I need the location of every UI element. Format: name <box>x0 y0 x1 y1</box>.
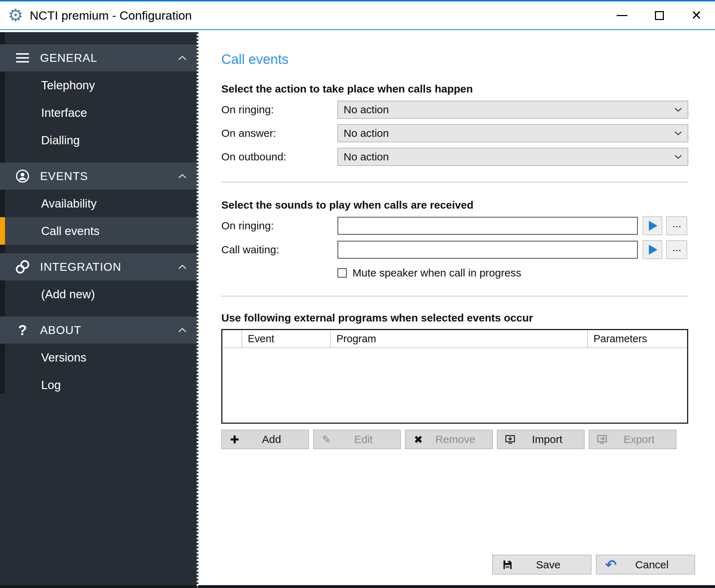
on-ringing-action-row: On ringing: No action <box>221 101 688 119</box>
sidebar-item-add-new[interactable]: (Add new) <box>0 280 197 308</box>
on-outbound-label: On outbound: <box>221 151 337 163</box>
app-window: ⚙ NCTI premium - Configuration ✕ GENERAL… <box>0 0 715 588</box>
button-label: Import <box>518 433 584 445</box>
sidebar-item-label: Log <box>41 378 61 392</box>
chevron-up-icon <box>178 264 187 269</box>
chevron-up-icon <box>178 174 187 179</box>
export-button[interactable]: Export <box>589 430 676 449</box>
mute-speaker-row: Mute speaker when call in progress <box>337 267 688 279</box>
button-label: Export <box>610 433 676 445</box>
menu-icon <box>14 53 31 63</box>
close-button[interactable]: ✕ <box>678 1 715 29</box>
sidebar-item-dialling[interactable]: Dialling <box>0 126 197 154</box>
combo-value: No action <box>344 104 389 116</box>
actions-heading: Select the action to take place when cal… <box>221 83 688 95</box>
programs-table-body <box>222 348 687 423</box>
sidebar-header-integration[interactable]: INTEGRATION <box>0 253 197 280</box>
sounds-heading: Select the sounds to play when calls are… <box>221 199 688 211</box>
on-answer-label: On answer: <box>221 127 337 139</box>
window-title: NCTI premium - Configuration <box>30 9 192 23</box>
sidebar-header-about[interactable]: ? ABOUT <box>0 317 197 344</box>
on-outbound-select[interactable]: No action <box>337 148 688 166</box>
splitter[interactable] <box>197 32 198 588</box>
sidebar-item-label: Call events <box>41 224 99 238</box>
mute-speaker-label: Mute speaker when call in progress <box>352 267 521 279</box>
sidebar: GENERAL Telephony Interface Dialling EVE… <box>0 32 197 588</box>
maximize-button[interactable] <box>641 1 678 29</box>
add-button[interactable]: ✚ Add <box>221 430 309 449</box>
remove-button[interactable]: ✖ Remove <box>405 430 493 449</box>
chevron-up-icon <box>178 55 187 60</box>
add-icon: ✚ <box>227 433 242 446</box>
cancel-button[interactable]: ↶ Cancel <box>596 555 695 574</box>
sidebar-header-label: INTEGRATION <box>40 260 121 274</box>
on-ringing-select[interactable]: No action <box>337 101 688 119</box>
sidebar-header-label: GENERAL <box>40 51 97 65</box>
ringing-browse-button[interactable]: ... <box>666 216 687 235</box>
on-ringing-label: On ringing: <box>221 104 337 116</box>
waiting-sound-input[interactable] <box>337 241 638 259</box>
sidebar-header-general[interactable]: GENERAL <box>0 44 197 71</box>
column-header-event: Event <box>242 330 331 348</box>
ellipsis-icon: ... <box>672 241 681 254</box>
sidebar-item-interface[interactable]: Interface <box>0 99 197 126</box>
chevron-down-icon <box>674 108 682 112</box>
caption-buttons: ✕ <box>603 1 715 29</box>
titlebar: ⚙ NCTI premium - Configuration ✕ <box>0 1 715 30</box>
minimize-icon <box>617 15 627 16</box>
programs-table-header: Event Program Parameters <box>222 330 687 348</box>
sidebar-item-label: (Add new) <box>41 288 95 301</box>
sidebar-item-log[interactable]: Log <box>0 371 197 399</box>
cancel-arrow-icon: ↶ <box>603 558 619 572</box>
ringing-sound-row: On ringing: ... <box>221 216 688 235</box>
save-button[interactable]: Save <box>492 555 591 574</box>
waiting-sound-row: Call waiting: ... <box>221 240 688 259</box>
chevron-up-icon <box>178 328 187 333</box>
maximize-icon <box>655 11 664 20</box>
main-panel: Call events Select the action to take pl… <box>198 32 715 588</box>
chevron-down-icon <box>674 131 682 135</box>
sidebar-item-label: Availability <box>41 197 97 210</box>
edit-button[interactable]: ✎ Edit <box>313 430 401 449</box>
chevron-down-icon <box>674 155 682 159</box>
app-gear-icon: ⚙ <box>8 7 23 24</box>
ringing-sound-label: On ringing: <box>221 220 337 232</box>
sidebar-item-call-events[interactable]: Call events <box>0 217 197 245</box>
mute-speaker-checkbox[interactable] <box>337 268 347 278</box>
programs-table: Event Program Parameters <box>221 329 688 424</box>
close-icon: ✕ <box>691 9 702 22</box>
sidebar-item-label: Telephony <box>41 79 95 92</box>
column-header-parameters: Parameters <box>588 330 687 348</box>
on-answer-action-row: On answer: No action <box>221 124 688 142</box>
sidebar-header-label: ABOUT <box>40 324 81 337</box>
ringing-play-button[interactable] <box>643 216 662 235</box>
sidebar-item-versions[interactable]: Versions <box>0 344 197 371</box>
on-outbound-action-row: On outbound: No action <box>221 148 688 166</box>
programs-buttons: ✚ Add ✎ Edit ✖ Remove Import E <box>221 430 688 449</box>
window-bottom-border <box>0 585 715 588</box>
button-label: Edit <box>334 433 400 445</box>
minimize-button[interactable] <box>603 1 641 29</box>
events-icon <box>14 169 31 183</box>
about-icon: ? <box>14 322 31 338</box>
import-button[interactable]: Import <box>497 430 585 449</box>
ringing-sound-input[interactable] <box>337 217 638 235</box>
edit-icon: ✎ <box>319 433 334 446</box>
sidebar-section-integration: INTEGRATION (Add new) <box>0 253 197 308</box>
button-label: Save <box>516 559 591 571</box>
button-label: Cancel <box>619 559 695 571</box>
sidebar-item-telephony[interactable]: Telephony <box>0 71 197 99</box>
sidebar-header-events[interactable]: EVENTS <box>0 163 197 190</box>
waiting-sound-label: Call waiting: <box>221 244 337 256</box>
section-divider <box>221 296 688 297</box>
sidebar-header-label: EVENTS <box>40 170 88 183</box>
button-label: Remove <box>426 433 492 445</box>
on-answer-select[interactable]: No action <box>337 124 688 142</box>
save-icon <box>499 559 516 570</box>
sidebar-item-availability[interactable]: Availability <box>0 190 197 217</box>
section-divider <box>221 182 688 183</box>
waiting-browse-button[interactable]: ... <box>666 240 687 259</box>
waiting-play-button[interactable] <box>643 240 662 259</box>
play-icon <box>649 245 657 255</box>
remove-icon: ✖ <box>410 433 426 446</box>
